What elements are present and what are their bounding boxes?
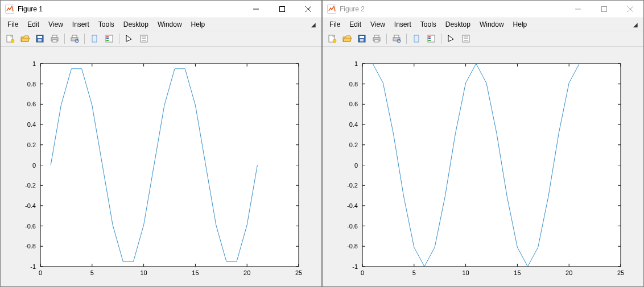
titlebar[interactable]: Figure 2 bbox=[323, 1, 643, 18]
svg-text:-0.4: -0.4 bbox=[347, 202, 358, 209]
window-title: Figure 1 bbox=[18, 5, 243, 13]
plot-area[interactable]: 0510152025-1-0.8-0.6-0.4-0.200.20.40.60.… bbox=[1, 47, 321, 286]
colorbar-button[interactable] bbox=[424, 32, 438, 45]
menu-tools[interactable]: Tools bbox=[94, 19, 119, 30]
menu-tools[interactable]: Tools bbox=[416, 19, 441, 30]
svg-text:5: 5 bbox=[412, 269, 416, 276]
menu-file[interactable]: File bbox=[325, 19, 345, 30]
menu-insert[interactable]: Insert bbox=[68, 19, 94, 30]
svg-rect-12 bbox=[52, 40, 57, 42]
window-title: Figure 2 bbox=[340, 5, 565, 13]
titlebar[interactable]: Figure 1 bbox=[1, 1, 321, 18]
menu-help[interactable]: Help bbox=[509, 19, 532, 30]
colorbar-button[interactable] bbox=[102, 32, 116, 45]
toolbar-dropdown-icon[interactable]: ◢ bbox=[308, 22, 319, 28]
svg-text:25: 25 bbox=[295, 269, 302, 276]
svg-rect-18 bbox=[106, 36, 109, 38]
svg-text:0.4: 0.4 bbox=[349, 121, 358, 128]
svg-text:0.8: 0.8 bbox=[349, 81, 358, 88]
svg-text:-0.6: -0.6 bbox=[25, 223, 36, 230]
menu-window[interactable]: Window bbox=[475, 19, 509, 30]
svg-rect-87 bbox=[360, 39, 364, 41]
svg-text:5: 5 bbox=[90, 269, 94, 276]
menubar: File Edit View Insert Tools Desktop Wind… bbox=[323, 18, 643, 31]
svg-text:-0.2: -0.2 bbox=[347, 182, 358, 189]
svg-rect-94 bbox=[414, 35, 419, 42]
svg-rect-14 bbox=[72, 35, 77, 38]
svg-point-84 bbox=[333, 39, 336, 43]
data-cursor-button[interactable] bbox=[459, 32, 473, 45]
svg-rect-88 bbox=[374, 35, 379, 38]
svg-text:-0.2: -0.2 bbox=[25, 182, 36, 189]
svg-text:-1: -1 bbox=[30, 263, 36, 270]
svg-text:0.2: 0.2 bbox=[27, 142, 36, 148]
svg-text:15: 15 bbox=[514, 269, 521, 276]
menu-view[interactable]: View bbox=[44, 19, 68, 30]
svg-text:0.8: 0.8 bbox=[27, 81, 36, 88]
svg-text:0.4: 0.4 bbox=[27, 121, 36, 128]
toolbar-separator bbox=[84, 34, 85, 44]
menu-view[interactable]: View bbox=[366, 19, 390, 30]
svg-point-6 bbox=[11, 39, 14, 43]
minimize-button[interactable] bbox=[565, 1, 591, 18]
maximize-button[interactable] bbox=[591, 1, 617, 18]
new-figure-button[interactable] bbox=[3, 32, 17, 45]
svg-text:0.2: 0.2 bbox=[349, 142, 358, 148]
print-preview-button[interactable] bbox=[68, 32, 81, 45]
print-button[interactable] bbox=[370, 32, 383, 45]
matlab-icon bbox=[5, 5, 14, 14]
menu-edit[interactable]: Edit bbox=[23, 19, 44, 30]
figure-window-1: Figure 1 File Edit View Insert Tools Des… bbox=[0, 0, 322, 287]
new-figure-button[interactable] bbox=[325, 32, 339, 45]
svg-rect-9 bbox=[38, 39, 42, 41]
data-cursor-button[interactable] bbox=[137, 32, 151, 45]
open-button[interactable] bbox=[18, 32, 32, 45]
menu-window[interactable]: Window bbox=[153, 19, 187, 30]
link-axes-button[interactable] bbox=[410, 32, 423, 45]
close-button[interactable] bbox=[617, 1, 643, 18]
svg-text:10: 10 bbox=[462, 269, 469, 276]
svg-rect-98 bbox=[428, 40, 431, 41]
menu-help[interactable]: Help bbox=[187, 19, 210, 30]
svg-text:-1: -1 bbox=[352, 263, 358, 270]
svg-rect-16 bbox=[92, 35, 97, 42]
svg-text:-0.6: -0.6 bbox=[347, 223, 358, 230]
toolbar bbox=[1, 31, 321, 47]
svg-rect-10 bbox=[52, 35, 57, 38]
menu-desktop[interactable]: Desktop bbox=[441, 19, 475, 30]
maximize-button[interactable] bbox=[269, 1, 295, 18]
toolbar bbox=[323, 31, 643, 47]
svg-text:15: 15 bbox=[192, 269, 199, 276]
toolbar-dropdown-icon[interactable]: ◢ bbox=[630, 22, 641, 28]
matlab-icon bbox=[327, 5, 336, 14]
svg-rect-8 bbox=[38, 36, 42, 38]
toolbar-separator bbox=[386, 34, 387, 44]
print-preview-button[interactable] bbox=[390, 32, 403, 45]
save-button[interactable] bbox=[33, 32, 47, 45]
svg-rect-96 bbox=[428, 36, 431, 38]
print-button[interactable] bbox=[48, 32, 61, 45]
axes[interactable]: 0510152025-1-0.8-0.6-0.4-0.200.20.40.60.… bbox=[1, 47, 321, 286]
close-button[interactable] bbox=[295, 1, 321, 18]
menu-file[interactable]: File bbox=[3, 19, 23, 30]
menubar: File Edit View Insert Tools Desktop Wind… bbox=[1, 18, 321, 31]
open-button[interactable] bbox=[340, 32, 354, 45]
menu-desktop[interactable]: Desktop bbox=[119, 19, 153, 30]
save-button[interactable] bbox=[355, 32, 369, 45]
menu-edit[interactable]: Edit bbox=[345, 19, 366, 30]
svg-text:1: 1 bbox=[32, 60, 36, 67]
minimize-button[interactable] bbox=[243, 1, 269, 18]
svg-text:0.6: 0.6 bbox=[27, 101, 36, 107]
svg-rect-2 bbox=[280, 7, 285, 12]
toolbar-separator bbox=[441, 34, 441, 44]
axes[interactable]: 0510152025-1-0.8-0.6-0.4-0.200.20.40.60.… bbox=[323, 47, 643, 286]
edit-plot-button[interactable] bbox=[444, 32, 458, 45]
svg-text:1: 1 bbox=[354, 60, 358, 67]
svg-text:20: 20 bbox=[243, 269, 250, 276]
link-axes-button[interactable] bbox=[88, 32, 101, 45]
edit-plot-button[interactable] bbox=[122, 32, 136, 45]
menu-insert[interactable]: Insert bbox=[390, 19, 416, 30]
window-controls bbox=[565, 1, 643, 18]
plot-area[interactable]: 0510152025-1-0.8-0.6-0.4-0.200.20.40.60.… bbox=[323, 47, 643, 286]
toolbar-separator bbox=[406, 34, 407, 44]
